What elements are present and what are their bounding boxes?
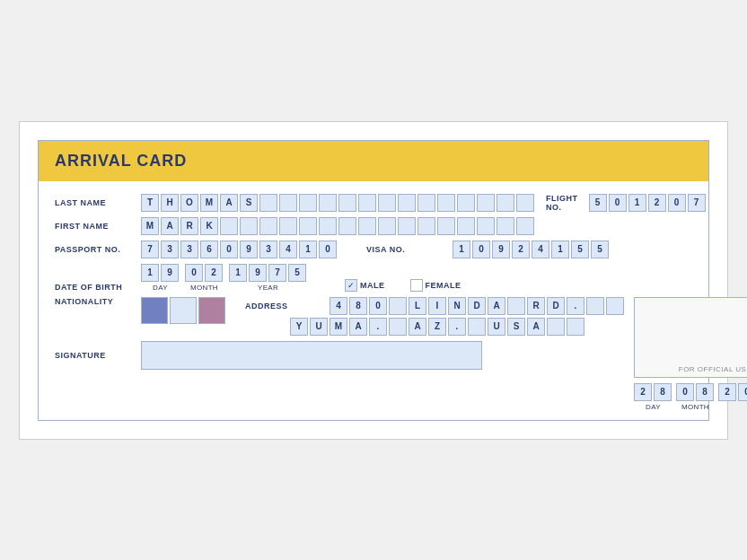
- male-check-box[interactable]: ✓: [345, 279, 357, 292]
- char-box[interactable]: R: [180, 217, 198, 235]
- char-box[interactable]: 2: [648, 194, 666, 212]
- char-box[interactable]: A: [349, 318, 367, 336]
- char-box[interactable]: [507, 297, 525, 315]
- char-box[interactable]: 1: [453, 241, 470, 258]
- char-box[interactable]: 0: [676, 383, 694, 401]
- char-box[interactable]: 2: [512, 241, 530, 258]
- char-box[interactable]: [417, 217, 435, 235]
- char-box[interactable]: [516, 194, 534, 212]
- char-box[interactable]: T: [141, 194, 159, 212]
- char-box[interactable]: 2: [634, 383, 652, 401]
- char-box[interactable]: [279, 194, 297, 212]
- char-box[interactable]: M: [200, 194, 218, 212]
- char-box[interactable]: 5: [591, 241, 609, 258]
- char-box[interactable]: [437, 194, 455, 212]
- char-box[interactable]: D: [468, 297, 486, 315]
- char-box[interactable]: 1: [141, 264, 159, 282]
- char-box[interactable]: 4: [330, 297, 347, 315]
- char-box[interactable]: 7: [141, 241, 159, 258]
- char-box[interactable]: A: [527, 318, 545, 336]
- char-box[interactable]: [338, 217, 356, 235]
- char-box[interactable]: 6: [200, 241, 218, 258]
- char-box[interactable]: 3: [161, 241, 179, 258]
- char-box[interactable]: [358, 217, 376, 235]
- char-box[interactable]: 1: [229, 264, 247, 282]
- char-box[interactable]: [319, 194, 337, 212]
- char-box[interactable]: L: [409, 297, 426, 315]
- char-box[interactable]: N: [448, 297, 466, 315]
- char-box[interactable]: 8: [696, 383, 714, 401]
- char-box[interactable]: [516, 217, 534, 235]
- char-box[interactable]: [240, 217, 258, 235]
- char-box[interactable]: [468, 318, 486, 336]
- char-box[interactable]: [338, 194, 356, 212]
- char-box[interactable]: 0: [220, 241, 238, 258]
- char-box[interactable]: [497, 194, 514, 212]
- char-box[interactable]: 9: [249, 264, 267, 282]
- char-box[interactable]: [477, 194, 495, 212]
- char-box[interactable]: [220, 217, 238, 235]
- char-box[interactable]: 5: [288, 264, 306, 282]
- char-box[interactable]: 1: [551, 241, 569, 258]
- char-box[interactable]: [457, 194, 475, 212]
- char-box[interactable]: 1: [299, 241, 317, 258]
- char-box[interactable]: M: [141, 217, 159, 235]
- char-box[interactable]: U: [488, 318, 505, 336]
- char-box[interactable]: 5: [571, 241, 589, 258]
- char-box[interactable]: S: [507, 318, 525, 336]
- char-box[interactable]: R: [527, 297, 545, 315]
- char-box[interactable]: 8: [349, 297, 367, 315]
- char-box[interactable]: 7: [268, 264, 286, 282]
- char-box[interactable]: I: [428, 297, 446, 315]
- char-box[interactable]: [299, 194, 317, 212]
- char-box[interactable]: Z: [428, 318, 446, 336]
- char-box[interactable]: 9: [492, 241, 510, 258]
- char-box[interactable]: 2: [205, 264, 223, 282]
- char-box[interactable]: A: [409, 318, 426, 336]
- char-box[interactable]: 0: [738, 383, 747, 401]
- signature-box[interactable]: [141, 341, 482, 370]
- char-box[interactable]: 4: [532, 241, 549, 258]
- char-box[interactable]: [457, 217, 475, 235]
- char-box[interactable]: [586, 297, 604, 315]
- char-box[interactable]: [358, 194, 376, 212]
- female-checkbox[interactable]: FEMALE: [410, 279, 461, 292]
- char-box[interactable]: M: [330, 318, 347, 336]
- char-box[interactable]: A: [161, 217, 179, 235]
- char-box[interactable]: [378, 217, 396, 235]
- char-box[interactable]: [389, 318, 407, 336]
- char-box[interactable]: [497, 217, 514, 235]
- char-box[interactable]: O: [180, 194, 198, 212]
- char-box[interactable]: 3: [180, 241, 198, 258]
- char-box[interactable]: [398, 217, 416, 235]
- char-box[interactable]: [299, 217, 317, 235]
- char-box[interactable]: 4: [279, 241, 297, 258]
- char-box[interactable]: 0: [185, 264, 203, 282]
- char-box[interactable]: K: [200, 217, 218, 235]
- char-box[interactable]: [547, 318, 565, 336]
- char-box[interactable]: 9: [240, 241, 258, 258]
- char-box[interactable]: [417, 194, 435, 212]
- char-box[interactable]: 2: [718, 383, 736, 401]
- char-box[interactable]: D: [547, 297, 565, 315]
- char-box[interactable]: [259, 194, 277, 212]
- char-box[interactable]: 3: [259, 241, 277, 258]
- char-box[interactable]: 5: [589, 194, 607, 212]
- char-box[interactable]: 0: [319, 241, 337, 258]
- char-box[interactable]: [319, 217, 337, 235]
- male-checkbox[interactable]: ✓ MALE: [345, 279, 385, 292]
- char-box[interactable]: [477, 217, 495, 235]
- char-box[interactable]: A: [220, 194, 238, 212]
- female-check-box[interactable]: [410, 279, 423, 292]
- char-box[interactable]: [378, 194, 396, 212]
- char-box[interactable]: 7: [688, 194, 706, 212]
- char-box[interactable]: [398, 194, 416, 212]
- char-box[interactable]: 0: [609, 194, 627, 212]
- char-box[interactable]: 0: [668, 194, 686, 212]
- char-box[interactable]: Y: [290, 318, 308, 336]
- char-box[interactable]: [389, 297, 407, 315]
- char-box[interactable]: [567, 318, 584, 336]
- char-box[interactable]: 8: [654, 383, 672, 401]
- char-box[interactable]: 9: [161, 264, 179, 282]
- char-box[interactable]: S: [240, 194, 258, 212]
